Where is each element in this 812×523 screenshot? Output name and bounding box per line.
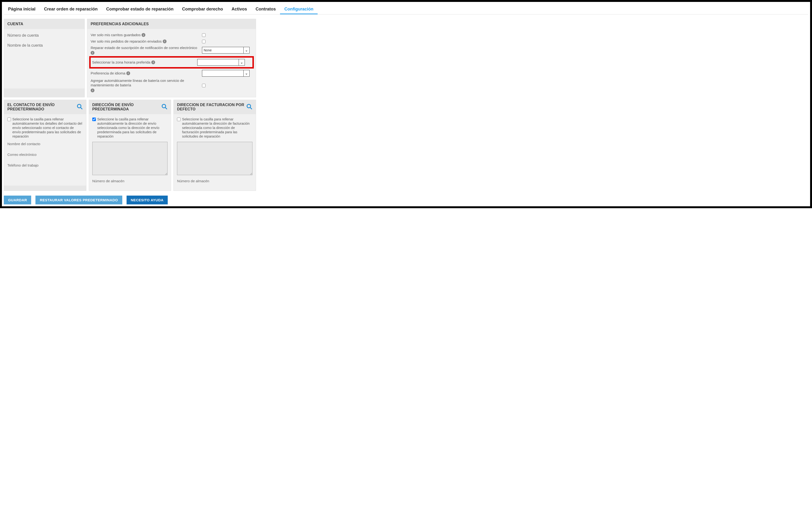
info-icon[interactable]: i: [91, 51, 94, 55]
info-icon[interactable]: i: [91, 89, 94, 92]
checkbox-default-ship-contact-label: Seleccione la casilla para rellenar auto…: [12, 117, 83, 139]
panel-account-title: CUENTA: [4, 19, 85, 29]
svg-line-5: [250, 107, 252, 109]
chevron-down-icon: ⌄: [239, 59, 243, 66]
panel-bill-address-title: DIRECCION DE FACTURACION POR DEFECTO: [177, 103, 244, 111]
tab-check-entitlement[interactable]: Comprobar derecho: [178, 5, 227, 14]
textarea-ship-address[interactable]: [92, 142, 168, 175]
chevron-down-icon: ⌄: [243, 47, 248, 53]
checkbox-default-ship-contact[interactable]: [7, 118, 11, 121]
highlighted-timezone-row: Seleccionar la zona horaria preferida i …: [89, 56, 254, 69]
account-number-label: Número de cuenta: [7, 33, 81, 38]
svg-point-4: [247, 104, 251, 108]
pref-label-email-subscription: Reparar estado de suscripción de notific…: [91, 46, 197, 50]
contact-phone-label: Teléfono del trabajo: [7, 163, 83, 167]
select-timezone[interactable]: ⌄: [197, 59, 245, 66]
tab-create-order[interactable]: Crear orden de reparación: [40, 5, 102, 14]
pref-label-auto-battery: Agregar automáticamente líneas de baterí…: [91, 78, 199, 88]
search-icon[interactable]: [77, 104, 83, 111]
bill-warehouse-label: Número de almacén: [177, 179, 253, 183]
checkbox-saved-carts[interactable]: [202, 33, 206, 37]
checkbox-sent-orders[interactable]: [202, 40, 206, 43]
checkbox-default-bill-address-label: Seleccione la casilla para rellenar auto…: [182, 117, 253, 139]
panel-account: CUENTA Número de cuenta Nombre de la cue…: [4, 19, 85, 97]
select-email-subscription[interactable]: None ⌄: [202, 47, 250, 54]
select-language[interactable]: ⌄: [202, 70, 250, 77]
svg-line-3: [165, 107, 167, 109]
checkbox-default-ship-address-label: Seleccione la casilla para rellenar auto…: [97, 117, 168, 139]
tab-home[interactable]: Página inicial: [4, 5, 40, 14]
select-email-subscription-value: None: [204, 48, 211, 52]
pref-label-timezone: Seleccionar la zona horaria preferida: [92, 60, 150, 65]
panel-ship-address: DIRECCIÓN DE ENVÍO PREDETERMINADA Selecc…: [89, 100, 171, 191]
contact-email-label: Correo electrónico: [7, 152, 83, 157]
panel-additional-prefs: PREFERENCIAS ADICIONALES Ver solo mis ca…: [87, 19, 256, 97]
svg-point-0: [77, 104, 81, 108]
restore-defaults-button[interactable]: RESTAURAR VALORES PREDETERMINADO: [35, 196, 122, 204]
svg-line-1: [80, 107, 82, 109]
tab-configuration[interactable]: Configuración: [280, 5, 318, 14]
checkbox-default-ship-address[interactable]: [92, 118, 96, 121]
panel-ship-contact: EL CONTACTO DE ENVÍO PREDETERMINADO Sele…: [4, 100, 86, 191]
need-help-button[interactable]: NECESITO AYUDA: [127, 196, 168, 204]
pref-label-language: Preferencia de idioma: [91, 71, 125, 76]
panel-ship-contact-title: EL CONTACTO DE ENVÍO PREDETERMINADO: [7, 103, 75, 111]
account-name-label: Nombre de la cuenta: [7, 43, 81, 48]
ship-warehouse-label: Número de almacén: [92, 179, 168, 183]
info-icon[interactable]: i: [126, 71, 130, 75]
panel-ship-address-title: DIRECCIÓN DE ENVÍO PREDETERMINADA: [92, 103, 160, 111]
checkbox-default-bill-address[interactable]: [177, 118, 181, 121]
search-icon[interactable]: [161, 104, 167, 111]
panel-bill-address: DIRECCION DE FACTURACION POR DEFECTO Sel…: [173, 100, 256, 191]
tab-bar: Página inicial Crear orden de reparación…: [4, 3, 808, 15]
pref-label-saved-carts: Ver solo mis carritos guardados: [91, 33, 141, 37]
search-icon[interactable]: [246, 104, 253, 111]
save-button[interactable]: GUARDAR: [4, 196, 31, 204]
tab-assets[interactable]: Activos: [227, 5, 251, 14]
info-icon[interactable]: i: [151, 60, 155, 64]
contact-name-label: Nombre del contacto: [7, 142, 83, 146]
pref-label-sent-orders: Ver solo mis pedidos de reparación envia…: [91, 39, 162, 44]
tab-contracts[interactable]: Contratos: [251, 5, 280, 14]
info-icon[interactable]: i: [163, 39, 167, 43]
panel-prefs-title: PREFERENCIAS ADICIONALES: [87, 19, 256, 29]
tab-check-status[interactable]: Comprobar estado de reparación: [102, 5, 178, 14]
textarea-bill-address[interactable]: [177, 142, 253, 175]
info-icon[interactable]: i: [142, 33, 145, 37]
chevron-down-icon: ⌄: [243, 70, 248, 76]
checkbox-auto-battery[interactable]: [202, 84, 206, 87]
svg-point-2: [162, 104, 166, 108]
